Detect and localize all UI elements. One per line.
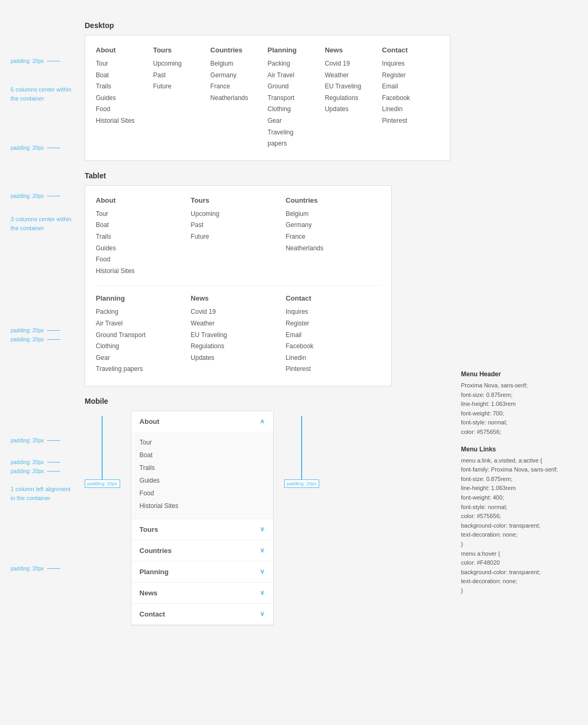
planning-list: Packing Air Travel Ground Transport Clot… xyxy=(268,58,314,150)
list-item[interactable]: Weather xyxy=(325,70,372,81)
list-item[interactable]: Regulations xyxy=(191,341,275,352)
list-item[interactable]: Past xyxy=(153,70,200,81)
tablet-planning-list: Packing Air Travel Ground Transport Clot… xyxy=(96,306,180,375)
mobile-accordion-about: About ∧ Tour Boat Trails Guides Food His… xyxy=(131,411,273,519)
chevron-up-icon: ∧ xyxy=(260,418,265,425)
tours-accordion-header[interactable]: Tours ∨ xyxy=(131,519,273,540)
list-item[interactable]: France xyxy=(210,81,257,93)
list-item[interactable]: Updates xyxy=(191,352,275,364)
list-item[interactable]: Pinterest xyxy=(286,364,370,375)
menu-header-title: Menu Header xyxy=(461,370,577,378)
list-item[interactable]: Traveling papers xyxy=(268,127,314,150)
list-item[interactable]: Covid 19 xyxy=(325,58,372,70)
list-item[interactable]: Email xyxy=(382,81,429,93)
list-item[interactable]: Ground Transport xyxy=(96,330,180,341)
list-item[interactable]: Regulations xyxy=(325,93,372,104)
tablet-planning-header: Planning xyxy=(96,294,180,302)
list-item[interactable]: Covid 19 xyxy=(191,306,275,318)
list-item[interactable]: Facebook xyxy=(286,341,370,352)
list-item[interactable]: Guides xyxy=(96,93,142,104)
tablet-news-header: News xyxy=(191,294,275,302)
list-item[interactable]: Packing xyxy=(268,58,314,70)
tablet-about-col: About Tour Boat Trails Guides Food Histo… xyxy=(96,196,191,277)
tablet-news-col: News Covid 19 Weather EU Traveling Regul… xyxy=(191,294,285,375)
list-item[interactable]: Historial Sites xyxy=(96,115,142,127)
list-item[interactable]: Register xyxy=(286,318,370,330)
list-item[interactable]: Pinterest xyxy=(382,115,429,127)
list-item[interactable]: Trails xyxy=(140,461,265,474)
list-item[interactable]: Germany xyxy=(286,220,370,231)
list-item[interactable]: Updates xyxy=(325,104,372,115)
list-item[interactable]: Neatherlands xyxy=(210,93,257,104)
list-item[interactable]: Trails xyxy=(96,81,142,93)
tours-accordion-label: Tours xyxy=(140,525,158,533)
list-item[interactable]: Belgium xyxy=(210,58,257,70)
list-item[interactable]: Facebook xyxy=(382,93,429,104)
padding-top-desktop: padding: 20px xyxy=(11,58,74,64)
list-item[interactable]: Clothing xyxy=(96,341,180,352)
list-item[interactable]: Belgium xyxy=(286,209,370,220)
list-item[interactable]: Neatherlands xyxy=(286,243,370,255)
list-item[interactable]: Email xyxy=(286,330,370,341)
about-accordion-header[interactable]: About ∧ xyxy=(131,411,273,432)
list-item[interactable]: Upcoming xyxy=(191,209,275,220)
mobile-preview: About ∧ Tour Boat Trails Guides Food His… xyxy=(131,411,274,626)
list-item[interactable]: Linedin xyxy=(382,104,429,115)
list-item[interactable]: Boat xyxy=(96,70,142,81)
list-item[interactable]: Food xyxy=(96,104,142,115)
news-accordion-header[interactable]: News ∨ xyxy=(131,583,273,603)
tablet-section-title: Tablet xyxy=(85,171,450,180)
tablet-tours-list: Upcoming Past Future xyxy=(191,209,275,243)
list-item[interactable]: Historial Sites xyxy=(96,266,180,277)
chevron-down-icon: ∨ xyxy=(260,547,265,554)
menu-col-about: About Tour Boat Trails Guides Food Histo… xyxy=(96,46,153,150)
tablet-countries-list: Belgium Germany France Neatherlands xyxy=(286,209,370,254)
list-item[interactable]: Future xyxy=(191,231,275,243)
desktop-preview: About Tour Boat Trails Guides Food Histo… xyxy=(85,35,450,161)
list-item[interactable]: Clothing xyxy=(268,104,314,115)
list-item[interactable]: Weather xyxy=(191,318,275,330)
list-item[interactable]: Boat xyxy=(140,449,265,461)
list-item[interactable]: Traveling papers xyxy=(96,364,180,375)
chevron-down-icon: ∨ xyxy=(260,610,265,618)
mobile-padding-indicator-2: padding: 20px xyxy=(284,479,320,488)
list-item[interactable]: Boat xyxy=(96,220,180,231)
list-item[interactable]: EU Traveling xyxy=(191,330,275,341)
list-item[interactable]: Tour xyxy=(96,58,142,70)
list-item[interactable]: Air Travel xyxy=(268,70,314,81)
countries-accordion-header[interactable]: Countries ∨ xyxy=(131,540,273,561)
list-item[interactable]: Guides xyxy=(140,474,265,487)
list-item[interactable]: Historial Sites xyxy=(140,500,265,512)
list-item[interactable]: Register xyxy=(382,70,429,81)
list-item[interactable]: Future xyxy=(153,81,200,93)
menu-col-contact: Contact Inquires Register Email Facebook… xyxy=(382,46,439,150)
list-item[interactable]: Food xyxy=(140,487,265,500)
list-item[interactable]: Past xyxy=(191,220,275,231)
list-item[interactable]: Gear xyxy=(96,352,180,364)
about-accordion-content: Tour Boat Trails Guides Food Historial S… xyxy=(131,432,273,519)
list-item[interactable]: Germany xyxy=(210,70,257,81)
list-item[interactable]: Tour xyxy=(96,209,180,220)
list-item[interactable]: Inquires xyxy=(286,306,370,318)
list-item[interactable]: Packing xyxy=(96,306,180,318)
mobile-columns-desc: 1 column left alignment in the container xyxy=(11,485,74,502)
list-item[interactable]: Trails xyxy=(96,231,180,243)
list-item[interactable]: France xyxy=(286,231,370,243)
contact-accordion-header[interactable]: Contact ∨ xyxy=(131,604,273,624)
tablet-news-list: Covid 19 Weather EU Traveling Regulation… xyxy=(191,306,275,364)
list-item[interactable]: Ground Transport xyxy=(268,81,314,104)
padding-bottom-tablet: padding: 20px xyxy=(11,438,74,443)
list-item[interactable]: Upcoming xyxy=(153,58,200,70)
list-item[interactable]: Guides xyxy=(96,243,180,255)
tablet-contact-header: Contact xyxy=(286,294,370,302)
desktop-section-title: Desktop xyxy=(85,21,450,30)
list-item[interactable]: Tour xyxy=(140,436,265,449)
list-item[interactable]: EU Traveling xyxy=(325,81,372,93)
planning-accordion-header[interactable]: Planning ∨ xyxy=(131,561,273,582)
list-item[interactable]: Linedin xyxy=(286,352,370,364)
menu-col-planning: Planning Packing Air Travel Ground Trans… xyxy=(268,46,325,150)
list-item[interactable]: Food xyxy=(96,254,180,266)
list-item[interactable]: Air Travel xyxy=(96,318,180,330)
list-item[interactable]: Inquires xyxy=(382,58,429,70)
list-item[interactable]: Gear xyxy=(268,115,314,127)
